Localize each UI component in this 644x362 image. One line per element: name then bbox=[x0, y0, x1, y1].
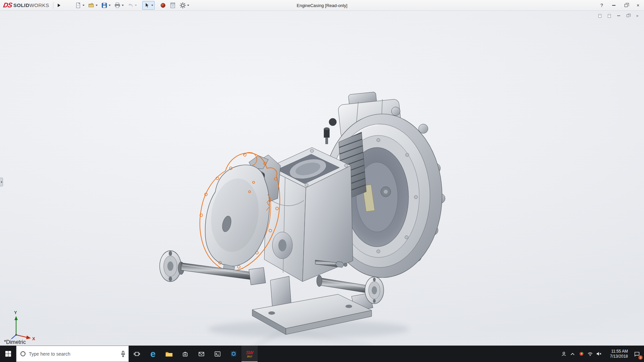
store-button[interactable] bbox=[177, 346, 193, 362]
dropdown-arrow-icon bbox=[83, 5, 85, 6]
help-button[interactable]: ? bbox=[596, 0, 608, 11]
new-document-icon bbox=[75, 2, 82, 9]
undo-icon bbox=[127, 2, 134, 9]
taskbar-search[interactable] bbox=[16, 346, 129, 362]
solidworks-brand: SOLIDWORKS bbox=[13, 2, 49, 8]
show-hidden-icons-button[interactable] bbox=[568, 346, 577, 362]
solidworks-app-icon: SW 2017 bbox=[246, 350, 253, 358]
document-restore-button[interactable] bbox=[624, 13, 632, 19]
antivirus-tray-button[interactable] bbox=[577, 346, 586, 362]
dropdown-arrow-icon bbox=[187, 5, 189, 6]
mail-envelope-icon bbox=[198, 351, 205, 357]
notification-badge: 3 bbox=[638, 355, 643, 360]
clock-date: 7/13/2018 bbox=[610, 354, 628, 359]
triad-y-label: Y bbox=[14, 310, 17, 315]
microphone-icon[interactable] bbox=[120, 351, 126, 357]
chevron-up-icon bbox=[570, 352, 575, 356]
close-button[interactable]: × bbox=[632, 0, 644, 11]
new-document-button[interactable] bbox=[73, 1, 86, 10]
restore-button[interactable] bbox=[620, 0, 632, 11]
save-icon bbox=[101, 2, 108, 9]
dropdown-arrow-icon bbox=[122, 5, 124, 6]
antivirus-icon bbox=[579, 351, 584, 356]
document-close-button[interactable]: × bbox=[633, 13, 641, 19]
search-input[interactable] bbox=[29, 351, 120, 357]
collapse-arrow-icon bbox=[1, 181, 2, 183]
store-bag-icon bbox=[182, 351, 188, 357]
select-tool-button[interactable] bbox=[142, 1, 155, 10]
person-icon bbox=[561, 351, 567, 357]
flyout-arrow-icon bbox=[58, 4, 60, 7]
system-tray: 11:55 AM 7/13/2018 3 bbox=[559, 346, 644, 362]
separator bbox=[53, 2, 53, 9]
clock-time: 11:55 AM bbox=[611, 349, 628, 354]
people-tray-button[interactable] bbox=[559, 346, 568, 362]
document-minimize-button[interactable] bbox=[614, 13, 623, 19]
taskbar-spacer bbox=[258, 346, 559, 362]
app-tile-icon bbox=[230, 351, 237, 357]
child-window-icon[interactable] bbox=[605, 13, 613, 19]
wifi-icon bbox=[587, 351, 593, 356]
dropdown-arrow-icon bbox=[135, 5, 137, 6]
windows-logo-icon bbox=[5, 351, 11, 357]
taskbar: e bbox=[0, 346, 644, 362]
window-controls: ? × bbox=[596, 0, 644, 11]
menu-flyout-button[interactable] bbox=[56, 1, 62, 9]
search-circle-icon bbox=[20, 351, 25, 356]
viewer-app-button[interactable] bbox=[225, 346, 241, 362]
file-explorer-button[interactable] bbox=[161, 346, 177, 362]
quick-access-toolbar bbox=[73, 1, 191, 10]
file-properties-icon bbox=[169, 2, 176, 9]
mail-button[interactable] bbox=[193, 346, 209, 362]
select-cursor-icon bbox=[144, 2, 150, 9]
engine-casing-model[interactable] bbox=[160, 92, 445, 335]
open-folder-icon bbox=[88, 2, 95, 9]
minimize-button[interactable] bbox=[608, 0, 620, 11]
solidworks-taskbar-button[interactable]: SW 2017 bbox=[241, 346, 258, 362]
console-icon bbox=[214, 351, 221, 357]
document-icon bbox=[608, 14, 611, 18]
3d-model-engine-casing[interactable] bbox=[0, 11, 644, 346]
minimize-icon bbox=[617, 15, 620, 16]
dropdown-arrow-icon bbox=[96, 5, 98, 6]
print-button[interactable] bbox=[113, 1, 125, 10]
edge-button[interactable]: e bbox=[145, 346, 161, 362]
start-button[interactable] bbox=[0, 346, 16, 362]
document-title: EngineCasing [Read-only] bbox=[297, 0, 347, 11]
taskbar-clock[interactable]: 11:55 AM 7/13/2018 bbox=[603, 346, 630, 362]
file-properties-button[interactable] bbox=[168, 1, 177, 10]
document-window-controls: × bbox=[596, 13, 641, 19]
options-button[interactable] bbox=[178, 1, 191, 10]
network-tray-button[interactable] bbox=[586, 346, 594, 362]
child-window-icon[interactable] bbox=[596, 13, 604, 19]
dassault-logo: DS bbox=[3, 1, 13, 9]
print-icon bbox=[114, 2, 121, 9]
solidworks-window: DS SOLIDWORKS bbox=[0, 0, 644, 362]
volume-tray-button[interactable] bbox=[594, 346, 603, 362]
reference-triad: Y X bbox=[8, 309, 37, 341]
dropdown-arrow-icon bbox=[151, 5, 153, 6]
view-orientation-label: *Dimetric bbox=[4, 339, 26, 345]
titlebar: DS SOLIDWORKS bbox=[0, 0, 644, 11]
triad-x-label: X bbox=[32, 336, 35, 341]
document-icon bbox=[598, 14, 601, 18]
edge-icon: e bbox=[150, 349, 156, 359]
appearance-button[interactable] bbox=[159, 1, 167, 10]
panel-splitter-handle[interactable] bbox=[0, 178, 3, 186]
save-button[interactable] bbox=[100, 1, 112, 10]
undo-button[interactable] bbox=[126, 1, 138, 10]
dropdown-arrow-icon bbox=[109, 5, 111, 6]
action-center-button[interactable]: 3 bbox=[630, 346, 644, 362]
restore-icon bbox=[627, 14, 629, 17]
graphics-area[interactable]: × Y X *Dimetric bbox=[0, 11, 644, 346]
appearance-sphere-icon bbox=[160, 2, 166, 8]
options-gear-icon bbox=[179, 2, 186, 9]
minimize-icon bbox=[612, 5, 615, 6]
file-explorer-icon bbox=[165, 351, 173, 357]
task-view-button[interactable] bbox=[129, 346, 145, 362]
open-button[interactable] bbox=[87, 1, 99, 10]
console-button[interactable] bbox=[209, 346, 225, 362]
task-view-icon bbox=[133, 351, 140, 357]
menu-bar-left: DS SOLIDWORKS bbox=[0, 0, 191, 10]
speaker-icon bbox=[596, 351, 602, 356]
